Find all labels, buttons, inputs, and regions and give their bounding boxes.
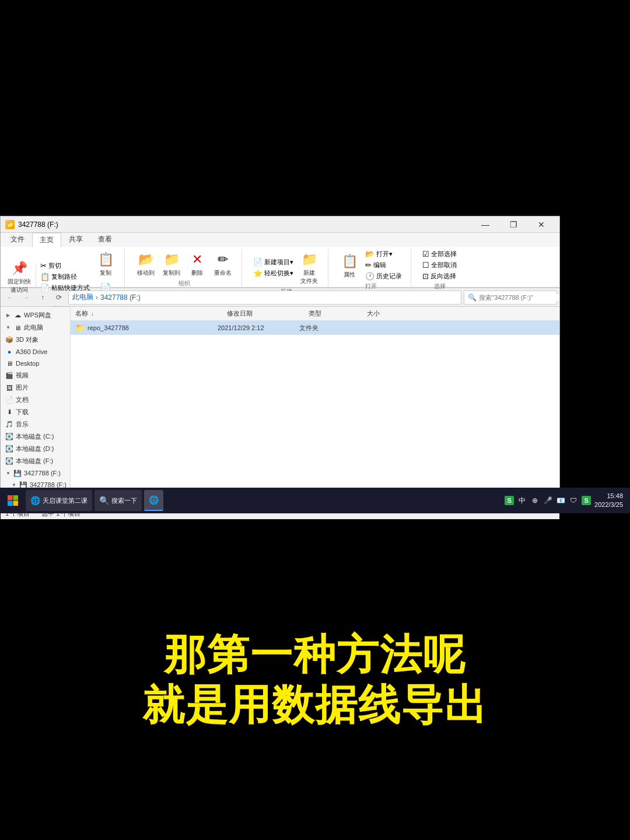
select-all-button[interactable]: ☑ 全部选择 <box>421 249 459 259</box>
sidebar-item-d[interactable]: 💽 本地磁盘 (D:) <box>1 443 70 455</box>
open-button[interactable]: 📂 打开▾ <box>363 249 404 259</box>
edit-label: 编辑 <box>373 261 386 270</box>
copy-button[interactable]: 📋 复制 <box>94 249 117 278</box>
sidebar-item-3427788[interactable]: ▼ 💾 3427788 (F:) <box>1 467 70 479</box>
col-header-type[interactable]: 类型 <box>309 309 367 318</box>
search-icon: 🔍 <box>468 293 477 302</box>
new-folder-label: 新建文件夹 <box>300 269 318 285</box>
sidebar-item-video[interactable]: 🎬 视频 <box>1 369 70 382</box>
properties-button[interactable]: 📋 属性 <box>338 251 361 280</box>
sidebar-item-music[interactable]: 🎵 音乐 <box>1 418 70 430</box>
tray-mail-icon[interactable]: 📧 <box>556 496 565 505</box>
windows-logo <box>7 495 19 506</box>
forward-button[interactable]: → <box>19 290 33 304</box>
sidebar-item-c[interactable]: 💽 本地磁盘 (C:) <box>1 430 70 443</box>
tray-lang-icon[interactable]: 中 <box>517 496 527 505</box>
svg-rect-3 <box>13 501 19 506</box>
move-to-button[interactable]: 📂 移动到 <box>134 249 158 278</box>
pin-button[interactable]: 📌 固定到快速访问 <box>5 258 33 295</box>
copy-to-icon: 📁 <box>162 250 181 269</box>
tray-clock[interactable]: 15:48 2022/3/25 <box>594 492 623 510</box>
tray-s-icon[interactable]: S <box>505 496 514 505</box>
sidebar-item-3d[interactable]: 📦 3D 对象 <box>1 334 70 346</box>
folder-icon: 📁 <box>75 323 85 332</box>
pictures-icon: 🖼 <box>5 384 13 392</box>
taskbar-btn-website[interactable]: 🌐 天启课堂第二课 <box>26 490 92 511</box>
minimize-button[interactable]: — <box>472 216 499 233</box>
ribbon-content: 📌 固定到快速访问 ✂ 剪切 📋 复制路径 <box>1 247 559 288</box>
tray-dot-icon[interactable]: ⊕ <box>530 496 540 505</box>
subtitle-overlay: 那第一种方法呢 就是用数据线导出 <box>0 519 630 840</box>
tab-share[interactable]: 共享 <box>61 232 90 247</box>
taskbar-btn-search[interactable]: 🔍 搜索一下 <box>94 490 142 511</box>
search-input[interactable] <box>479 294 559 301</box>
copy-to-button[interactable]: 📁 复制到 <box>160 249 183 278</box>
c-icon: 💽 <box>5 433 13 441</box>
file-row-repo[interactable]: 📁 repo_3427788 2021/12/29 2:12 文件夹 <box>71 321 559 335</box>
restore-button[interactable]: ❐ <box>500 216 527 233</box>
sidebar-item-computer[interactable]: ▼ 🖥 此电脑 <box>1 321 70 334</box>
open-items: 📋 属性 📂 打开▾ ✏ 编辑 🕐 <box>338 249 404 281</box>
taskbar-tray: S 中 ⊕ 🎤 📧 🛡 S 15:48 2022/3/25 <box>505 492 628 510</box>
tab-file[interactable]: 文件 <box>3 232 32 247</box>
start-button[interactable] <box>2 490 23 511</box>
easy-access-button[interactable]: ⭐ 轻松切换▾ <box>251 268 295 278</box>
search-taskbar-icon: 🔍 <box>99 496 109 505</box>
a360-icon: ● <box>5 348 13 356</box>
subtitle-line1: 那第一种方法呢 <box>142 629 488 680</box>
sidebar-item-pictures[interactable]: 🖼 图片 <box>1 382 70 394</box>
select-none-button[interactable]: ☐ 全部取消 <box>421 260 459 270</box>
copy-icon: 📋 <box>96 250 115 269</box>
history-button[interactable]: 🕐 历史记录 <box>363 271 404 281</box>
invert-selection-button[interactable]: ⊡ 反向选择 <box>421 271 459 281</box>
expand-icon3: ▼ <box>5 470 11 476</box>
chrome-icon: 🌐 <box>149 495 159 505</box>
edit-button[interactable]: ✏ 编辑 <box>363 260 404 270</box>
col-header-size[interactable]: 大小 <box>367 309 414 318</box>
new-small: 📄 新建项目▾ ⭐ 轻松切换▾ <box>251 257 295 278</box>
cut-button[interactable]: ✂ 剪切 <box>38 261 92 271</box>
col-header-date[interactable]: 修改日期 <box>227 309 309 318</box>
col-header-name[interactable]: 名称 ↓ <box>75 309 227 318</box>
new-item-label: 新建项目▾ <box>264 258 293 267</box>
tab-home[interactable]: 主页 <box>32 233 61 247</box>
sidebar-item-downloads[interactable]: ⬇ 下载 <box>1 406 70 418</box>
sidebar-item-wps[interactable]: ▶ ☁ WPS网盘 <box>1 309 70 321</box>
sidebar-item-docs[interactable]: 📄 文档 <box>1 394 70 406</box>
tray-s2-icon[interactable]: S <box>582 496 591 505</box>
address-path[interactable]: 此电脑 › 3427788 (F:) <box>68 290 461 304</box>
back-button[interactable]: ← <box>3 290 17 304</box>
close-button[interactable]: ✕ <box>528 216 555 233</box>
up-button[interactable]: ↑ <box>36 290 50 304</box>
invert-icon: ⊡ <box>422 272 429 281</box>
sidebar-item-f[interactable]: 💽 本地磁盘 (F:) <box>1 455 70 467</box>
svg-rect-1 <box>13 495 19 501</box>
sidebar-item-a360[interactable]: ● A360 Drive <box>1 346 70 358</box>
breadcrumb: 此电脑 › 3427788 (F:) <box>72 292 141 302</box>
sidebar-item-desktop[interactable]: 🖥 Desktop <box>1 358 70 369</box>
breadcrumb-computer[interactable]: 此电脑 <box>72 292 93 302</box>
tab-view[interactable]: 查看 <box>90 232 120 247</box>
move-icon: 📂 <box>136 250 155 269</box>
rename-button[interactable]: ✏ 重命名 <box>211 249 235 278</box>
tray-mic-icon[interactable]: 🎤 <box>543 496 552 505</box>
new-item-button[interactable]: 📄 新建项目▾ <box>251 257 295 267</box>
search-box[interactable]: 🔍 <box>464 290 557 304</box>
taskbar-btn-chrome[interactable]: 🌐 <box>144 490 163 511</box>
tray-shield-icon[interactable]: 🛡 <box>569 496 578 505</box>
copy-path-icon: 📋 <box>40 272 50 281</box>
cut-icon: ✂ <box>40 261 47 270</box>
properties-icon: 📋 <box>340 252 359 271</box>
window-title: 3427788 (F:) <box>18 220 472 229</box>
wps-label: WPS网盘 <box>24 311 51 320</box>
delete-button[interactable]: ✕ 删除 <box>186 249 209 278</box>
history-label: 历史记录 <box>376 272 402 281</box>
new-folder-button[interactable]: 📁 新建文件夹 <box>298 249 321 286</box>
copy-path-button[interactable]: 📋 复制路径 <box>38 272 92 282</box>
refresh-button[interactable]: ⟳ <box>52 290 66 304</box>
website-icon: 🌐 <box>30 496 40 505</box>
copy-label: 复制 <box>100 269 111 277</box>
breadcrumb-drive[interactable]: 3427788 (F:) <box>100 293 141 302</box>
sep1 <box>36 265 36 288</box>
computer-icon: 🖥 <box>13 324 22 332</box>
